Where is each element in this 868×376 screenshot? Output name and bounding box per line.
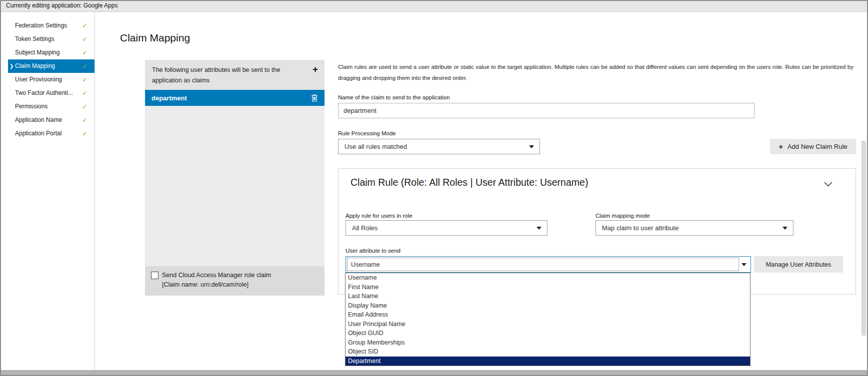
check-icon: ✓ [82, 19, 88, 32]
sidebar-item[interactable]: ❯ User Provisioning ✓ [8, 73, 94, 86]
manage-user-attributes-button[interactable]: Manage User Attributes [754, 256, 843, 273]
manage-user-attributes-label: Manage User Attributes [766, 261, 832, 268]
processing-mode-select[interactable]: Use all rules matched [338, 139, 540, 154]
sidebar-item-label: Permissions [15, 103, 48, 110]
dropdown-option[interactable]: Last Name [346, 292, 750, 301]
sidebar-item[interactable]: ❯ Claim Mapping ✓ [8, 59, 94, 73]
claim-rules-description: Claim rules are used to send a user attr… [338, 61, 854, 83]
mapping-mode-select[interactable]: Map claim to user attribute [596, 220, 794, 236]
window-bottom-edge [0, 370, 868, 376]
role-select-label: Apply rule for users in role [346, 213, 412, 219]
user-attribute-value: Username [348, 258, 738, 271]
attribute-name: department [152, 94, 187, 102]
sidebar-item-label: Two Factor Authenti... [15, 89, 73, 96]
plus-icon: + [778, 142, 783, 151]
sidebar-item[interactable]: ❯ Subject Mapping ✓ [8, 46, 94, 59]
role-claim-checkbox[interactable] [151, 272, 158, 279]
check-icon: ✓ [82, 100, 88, 113]
chevron-right-icon: ❯ [10, 59, 14, 73]
dropdown-option[interactable]: Object GUID [346, 329, 750, 338]
check-icon: ✓ [82, 113, 88, 127]
mapping-mode-value: Map claim to user attribute [602, 224, 678, 232]
role-claim-label: Send Cloud Access Manager role claim [162, 271, 271, 280]
check-icon: ✓ [82, 46, 88, 59]
dropdown-option[interactable]: First Name [346, 283, 750, 292]
trash-icon[interactable] [311, 94, 318, 102]
sidebar-item[interactable]: ❯ Permissions ✓ [8, 100, 94, 113]
dropdown-arrow-icon [536, 227, 542, 230]
sidebar-item-label: Federation Settings [15, 22, 67, 29]
claim-name-input[interactable] [338, 103, 754, 118]
check-icon: ✓ [82, 32, 88, 46]
dropdown-arrow-icon [742, 263, 746, 266]
sidebar-item[interactable]: ❯ Federation Settings ✓ [8, 19, 94, 32]
check-icon: ✓ [82, 73, 88, 86]
claim-rule-title: Claim Rule (Role: All Roles | User Attri… [350, 177, 588, 188]
sidebar-item-label: Claim Mapping [15, 62, 55, 69]
user-attribute-dropdown-list: Username First Name Last Name Display Na… [345, 273, 750, 366]
dropdown-option[interactable]: Email Address [346, 310, 750, 320]
titlebar: Currently editing application: Google Ap… [0, 0, 868, 12]
dropdown-arrow-icon [782, 227, 788, 230]
attributes-list: department [145, 90, 324, 178]
sidebar-item[interactable]: ❯ Application Name ✓ [8, 113, 94, 127]
add-new-claim-rule-label: Add New Claim Rule [788, 143, 848, 150]
vertical-scrollbar-thumb[interactable] [862, 141, 866, 336]
sidebar-item-label: User Provisioning [15, 76, 62, 83]
role-claim-name-line: [Claim name: urn:dell/cam/role] [162, 280, 271, 290]
role-select[interactable]: All Roles [346, 220, 548, 236]
dropdown-option[interactable]: User Principal Name [346, 320, 750, 329]
dropdown-option[interactable]: Display Name [346, 301, 750, 311]
role-select-value: All Roles [352, 224, 378, 232]
sidebar-item[interactable]: ❯ Two Factor Authenti... ✓ [8, 86, 94, 100]
user-attributes-panel: The following user attributes will be se… [145, 60, 324, 296]
processing-mode-label: Rule Processing Mode [338, 130, 396, 136]
claim-name-label: Name of the claim to send to the applica… [338, 94, 450, 100]
sidebar-item-label: Application Portal [15, 130, 62, 137]
attributes-panel-header-text: The following user attributes will be se… [152, 66, 280, 84]
page-title: Claim Mapping [120, 32, 190, 44]
mapping-mode-label: Claim mapping mode [596, 213, 650, 219]
check-icon: ✓ [82, 86, 88, 100]
sidebar-item-label: Application Name [15, 116, 62, 123]
sidebar-item[interactable]: ❯ Token Settings ✓ [8, 32, 94, 46]
role-claim-label-block: Send Cloud Access Manager role claim [Cl… [162, 271, 271, 291]
attribute-row[interactable]: department [145, 90, 324, 106]
dropdown-option[interactable]: Group Memberships [346, 338, 750, 348]
user-attribute-combobox[interactable]: Username [346, 256, 751, 273]
user-attribute-label: User attribute to send [346, 248, 400, 254]
add-new-claim-rule-button[interactable]: + Add New Claim Rule [770, 139, 856, 154]
attributes-list-empty-space [145, 178, 324, 267]
dropdown-option[interactable]: Department [346, 357, 750, 366]
attributes-panel-header: The following user attributes will be se… [145, 60, 324, 90]
dropdown-option[interactable]: Username [346, 273, 750, 283]
sidebar-item-label: Subject Mapping [15, 49, 60, 56]
check-icon: ✓ [82, 59, 88, 73]
titlebar-text: Currently editing application: Google Ap… [6, 2, 118, 9]
sidebar-item-label: Token Settings [15, 35, 54, 42]
sidebar-item[interactable]: ❯ Application Portal ✓ [8, 127, 94, 140]
add-attribute-icon[interactable]: + [312, 64, 318, 74]
check-icon: ✓ [82, 127, 88, 140]
role-claim-footer: Send Cloud Access Manager role claim [Cl… [145, 266, 324, 296]
processing-mode-value: Use all rules matched [344, 143, 407, 150]
collapse-chevron-icon[interactable] [824, 182, 832, 187]
dropdown-arrow-icon [529, 145, 534, 148]
dropdown-option[interactable]: Object SID [346, 347, 750, 357]
sidebar: ❯ Federation Settings ✓ ❯ Token Settings… [0, 12, 95, 370]
